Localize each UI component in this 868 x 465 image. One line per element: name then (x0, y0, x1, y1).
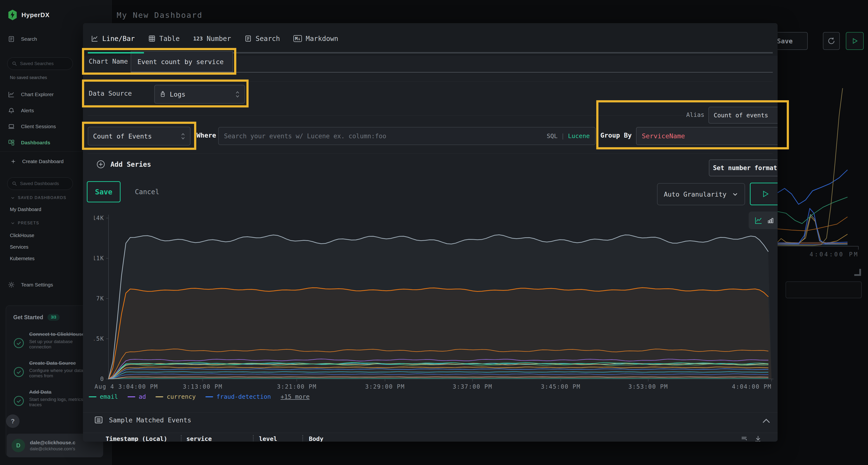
where-search-input[interactable] (224, 133, 543, 140)
hyperdx-logo[interactable]: HyperDX (8, 10, 50, 20)
lucene-toggle[interactable]: Lucene (568, 133, 590, 139)
divider (83, 412, 778, 413)
help-button[interactable]: ? (6, 414, 20, 428)
section-saved-dashboards[interactable]: SAVED DASHBOARDS (10, 196, 66, 200)
get-started-badge: 3/3 (48, 314, 60, 321)
column-level[interactable]: level (259, 435, 302, 442)
sidebar-item-kubernetes[interactable]: Kubernetes (10, 256, 34, 261)
group-by-input[interactable] (636, 127, 778, 145)
granularity-select[interactable]: Auto Granularity (657, 183, 745, 205)
select-chevrons-icon (235, 91, 240, 98)
saved-dashboards-input[interactable] (20, 181, 63, 186)
legend-item[interactable]: fraud-detection (206, 393, 271, 400)
check-circle-icon (13, 337, 24, 348)
chevron-up-icon[interactable] (762, 418, 771, 424)
search-doc-icon (245, 35, 252, 42)
chevron-down-icon (732, 191, 738, 197)
legend-item[interactable]: currency (156, 393, 195, 400)
create-dashboard-button[interactable]: Create Dashboard (10, 159, 64, 164)
saved-searches-input[interactable] (20, 61, 63, 66)
play-icon (851, 38, 858, 44)
sql-toggle[interactable]: SQL (547, 133, 557, 139)
legend-item[interactable]: ad (128, 393, 146, 400)
no-saved-searches-note: No saved searches (10, 75, 47, 80)
divider (88, 153, 773, 154)
granularity-value: Auto Granularity (664, 191, 726, 198)
get-started-step[interactable]: Add Data Start sending logs, metrics, or… (13, 389, 94, 407)
cancel-button[interactable]: Cancel (133, 181, 161, 202)
tab-number[interactable]: 123 Number (190, 30, 235, 47)
get-started-title: Get Started (13, 314, 43, 321)
sidebar-item-my-dashboard[interactable]: My Dashboard (10, 207, 41, 212)
background-dashboard-chart: 4:04:00 PM (778, 72, 868, 284)
sidebar-item-chart-explorer[interactable]: Chart Explorer (8, 91, 54, 98)
svg-text:3:37:00 PM: 3:37:00 PM (453, 383, 493, 390)
set-number-format-button[interactable]: Set number format (709, 160, 778, 176)
legend-swatch (156, 396, 163, 397)
sidebar-item-label: Alerts (21, 108, 34, 113)
column-body[interactable]: Body (309, 435, 323, 442)
get-started-step[interactable]: Create Data Source Configure where your … (13, 360, 94, 378)
sidebar-item-alerts[interactable]: Alerts (8, 107, 34, 114)
section-presets[interactable]: PRESETS (10, 221, 39, 225)
data-source-label: Data Source (89, 90, 132, 97)
search-icon (12, 61, 17, 66)
laptop-icon (8, 123, 15, 130)
background-dashboard-tile (785, 281, 862, 298)
chart-name-input[interactable] (131, 51, 233, 72)
tab-active-underline (88, 52, 144, 54)
events-table-header: Timestamp (Local) service level Body (83, 433, 778, 442)
sidebar-item-clickhouse[interactable]: ClickHouse (10, 233, 34, 238)
column-separator (302, 435, 303, 442)
legend-more-link[interactable]: +15 more (281, 393, 310, 400)
tab-line-bar[interactable]: Line/Bar (88, 30, 138, 47)
saved-dashboards-search[interactable] (7, 177, 73, 190)
run-query-button[interactable] (750, 182, 778, 205)
svg-text:3:45:00 PM: 3:45:00 PM (541, 383, 581, 390)
sidebar-item-dashboards[interactable]: Dashboards (8, 139, 50, 146)
chart-line-icon (8, 91, 15, 98)
select-chevrons-icon (181, 133, 185, 140)
svg-text:0: 0 (100, 376, 104, 383)
add-series-button[interactable]: Add Series (96, 160, 151, 169)
database-icon (160, 91, 166, 97)
number-123-icon: 123 (193, 36, 203, 42)
sidebar-item-client-sessions[interactable]: Client Sessions (8, 123, 56, 130)
sample-matched-events-header[interactable]: Sample Matched Events (94, 416, 191, 425)
sidebar-item-search[interactable]: Search (8, 36, 37, 42)
tab-table[interactable]: Table (145, 30, 183, 47)
page-title: My New Dashboard (117, 10, 203, 20)
legend-item[interactable]: email (89, 393, 118, 400)
alias-input[interactable] (708, 107, 778, 124)
avatar: D (11, 439, 25, 452)
svg-text:3.5K: 3.5K (94, 335, 104, 342)
tab-markdown[interactable]: M↓ Markdown (290, 30, 342, 47)
chevron-down-icon (10, 221, 15, 225)
where-label: Where (196, 132, 216, 139)
check-circle-icon (13, 366, 24, 377)
events-line-chart[interactable]: 14K11K7K3.5K0Aug 4 3:04:00 PM3:13:00 PM3… (94, 212, 774, 391)
tab-search[interactable]: Search (241, 30, 283, 47)
svg-text:Aug 4 3:04:00 PM: Aug 4 3:04:00 PM (94, 383, 158, 390)
dashboard-refresh-button[interactable] (823, 32, 840, 50)
table-icon (148, 35, 156, 42)
sidebar-item-services[interactable]: Services (10, 244, 28, 250)
get-started-step[interactable]: Connect to ClickHouse Set up your databa… (13, 331, 94, 350)
column-service[interactable]: service (186, 435, 253, 442)
column-timestamp[interactable]: Timestamp (Local) (105, 435, 181, 442)
dashboard-run-button[interactable] (846, 32, 864, 50)
line-chart-icon (91, 35, 98, 42)
filter-icon[interactable] (740, 435, 748, 442)
column-separator (253, 435, 254, 442)
download-icon[interactable] (754, 435, 762, 442)
data-source-select[interactable]: Logs (154, 85, 245, 104)
aggregation-select[interactable]: Count of Events (88, 127, 190, 145)
save-button[interactable]: Save (87, 181, 121, 202)
sidebar-item-label: Client Sessions (21, 124, 56, 129)
where-search-box[interactable]: SQL | Lucene (218, 127, 595, 145)
sidebar-item-team-settings[interactable]: Team Settings (8, 281, 53, 288)
aggregation-value: Count of Events (93, 133, 152, 140)
saved-searches-search[interactable] (7, 57, 73, 70)
svg-text:3:53:00 PM: 3:53:00 PM (628, 383, 668, 390)
user-subtitle: dale@clickhouse.com's (30, 446, 75, 452)
